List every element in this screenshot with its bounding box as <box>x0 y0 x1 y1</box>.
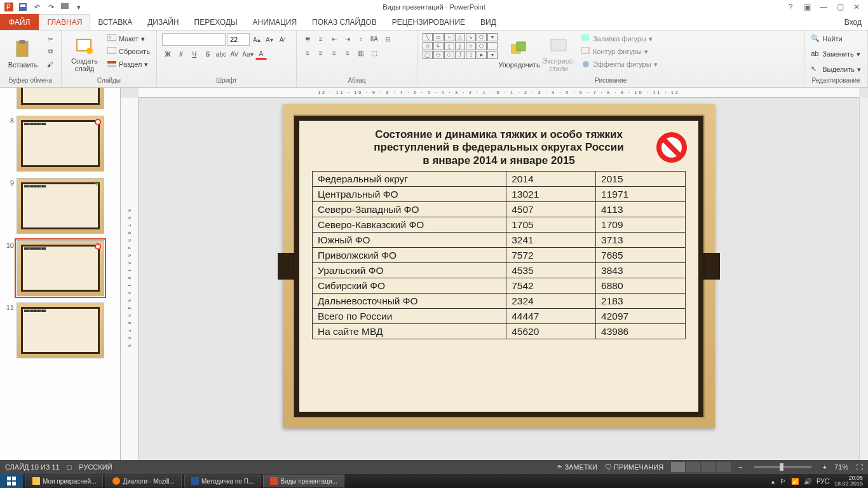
strikethrough-button[interactable]: S <box>202 48 214 60</box>
font-name-input[interactable] <box>162 33 226 46</box>
redo-icon[interactable]: ↷ <box>46 2 56 12</box>
increase-indent-icon[interactable]: ⇥ <box>342 33 353 44</box>
reading-view-icon[interactable] <box>702 462 715 472</box>
slideshow-view-icon[interactable] <box>717 462 731 472</box>
thumb-partial-top[interactable] <box>4 88 120 109</box>
taskbar-item-powerpoint[interactable]: Виды презентаци... <box>263 475 344 487</box>
zoom-out-icon[interactable]: − <box>738 463 742 471</box>
normal-view-icon[interactable] <box>671 462 685 472</box>
horizontal-ruler[interactable]: 12 · 11 · 10 · 9 · 8 · 7 · 6 · 5 · 4 · 3… <box>139 88 859 98</box>
align-right-icon[interactable]: ≡ <box>329 47 340 58</box>
decrease-font-icon[interactable]: A▾ <box>264 34 275 45</box>
reset-button[interactable]: Сбросить <box>106 46 151 57</box>
shapes-gallery[interactable]: ╲▭○△↘⬠▾ ◇↳{}☆⬡ ◯⬭⬯⤴⤵►▾ <box>423 33 498 59</box>
qat-more-icon[interactable]: ▾ <box>74 2 84 12</box>
zoom-percent[interactable]: 71% <box>834 463 848 471</box>
file-tab[interactable]: ФАЙЛ <box>0 14 39 30</box>
bullets-icon[interactable]: ≣ <box>302 33 313 44</box>
restore-icon[interactable]: ▢ <box>834 3 846 11</box>
close-icon[interactable]: ✕ <box>850 3 863 11</box>
find-icon: 🔍 <box>811 34 820 43</box>
spellcheck-icon[interactable]: □ <box>67 463 72 471</box>
zoom-slider[interactable] <box>754 466 811 468</box>
minimize-icon[interactable]: — <box>817 3 830 11</box>
slide-thumb[interactable]: 11████████████████ <box>4 302 120 358</box>
notes-button[interactable]: ≐ ЗАМЕТКИ <box>557 463 597 471</box>
tab-design[interactable]: ДИЗАЙН <box>140 14 186 30</box>
save-icon[interactable] <box>18 2 28 12</box>
taskbar-item-firefox[interactable]: Диалоги - Mozill... <box>105 475 181 487</box>
justify-icon[interactable]: ≡ <box>342 47 353 58</box>
increase-font-icon[interactable]: A▴ <box>251 34 262 45</box>
underline-button[interactable]: Ч <box>189 48 200 60</box>
start-from-beginning-icon[interactable] <box>60 2 70 12</box>
change-case-icon[interactable]: Aa▾ <box>242 48 254 60</box>
tab-home[interactable]: ГЛАВНАЯ <box>39 14 90 30</box>
taskbar-item-folder[interactable]: Мои прекрасней... <box>25 475 103 487</box>
font-color-icon[interactable]: A <box>255 48 267 60</box>
flag-icon[interactable]: 🏳 <box>780 478 786 485</box>
slide-canvas-area[interactable]: Состояние и динамика тяжких и особо тяжк… <box>139 98 859 460</box>
copy-icon[interactable]: ⧉ <box>44 46 56 57</box>
vertical-scrollbar[interactable] <box>859 98 868 460</box>
tab-view[interactable]: ВИД <box>473 14 504 30</box>
clear-formatting-icon[interactable]: A⁄ <box>276 34 288 45</box>
shape-fill-button[interactable]: Заливка фигуры ▾ <box>580 33 659 44</box>
network-icon[interactable]: 📶 <box>791 478 799 485</box>
align-left-icon[interactable]: ≡ <box>302 47 313 58</box>
line-spacing-icon[interactable]: ↕ <box>355 33 367 44</box>
text-direction-icon[interactable]: IIA <box>369 33 380 44</box>
quick-styles-button[interactable]: Экспресс-стили <box>541 33 576 75</box>
undo-icon[interactable]: ↶ <box>32 2 42 12</box>
comments-button[interactable]: 🗨 ПРИМЕЧАНИЯ <box>605 463 663 471</box>
start-button[interactable] <box>0 474 23 488</box>
bold-button[interactable]: Ж <box>162 48 173 60</box>
signin-link[interactable]: Вход <box>844 14 868 30</box>
help-icon[interactable]: ? <box>784 3 797 11</box>
paste-button[interactable]: Вставить <box>5 33 41 75</box>
tab-animations[interactable]: АНИМАЦИЯ <box>245 14 304 30</box>
shape-effects-button[interactable]: Эффекты фигуры ▾ <box>580 58 659 70</box>
vertical-ruler[interactable]: 9 8 7 6 5 4 3 2 1 0 1 2 3 4 5 6 7 8 9 <box>121 98 139 460</box>
tab-review[interactable]: РЕЦЕНЗИРОВАНИЕ <box>384 14 473 30</box>
zoom-in-icon[interactable]: + <box>823 463 827 471</box>
numbering-icon[interactable]: ≡ <box>315 33 327 44</box>
replace-button[interactable]: abЗаменить ▾ <box>810 48 861 60</box>
find-button[interactable]: 🔍Найти <box>810 33 843 44</box>
ime-indicator[interactable]: РУС <box>817 478 829 485</box>
text-shadow-button[interactable]: abc <box>215 48 227 60</box>
volume-icon[interactable]: 🔊 <box>804 478 811 485</box>
ribbon-options-icon[interactable]: ▣ <box>801 3 813 11</box>
convert-smartart-icon[interactable]: ⬚ <box>369 47 380 58</box>
align-center-icon[interactable]: ≡ <box>315 47 327 58</box>
sorter-view-icon[interactable] <box>686 462 700 472</box>
tab-slideshow[interactable]: ПОКАЗ СЛАЙДОВ <box>304 14 384 30</box>
slide[interactable]: Состояние и динамика тяжких и особо тяжк… <box>283 104 715 428</box>
clock[interactable]: 20:05 18.02.2015 <box>834 475 863 487</box>
align-text-icon[interactable]: ⊟ <box>382 33 393 44</box>
slide-counter[interactable]: СЛАЙД 10 ИЗ 11 <box>5 463 60 471</box>
cut-icon[interactable]: ✂ <box>44 33 56 44</box>
italic-button[interactable]: К <box>175 48 187 60</box>
font-size-input[interactable] <box>227 33 250 46</box>
tab-transitions[interactable]: ПЕРЕХОДЫ <box>187 14 245 30</box>
char-spacing-button[interactable]: AV <box>229 48 240 60</box>
new-slide-button[interactable]: Создать слайд <box>67 33 102 75</box>
decrease-indent-icon[interactable]: ⇤ <box>329 33 340 44</box>
slide-thumb[interactable]: 10████████████████ <box>4 240 120 296</box>
taskbar-item-word[interactable]: Методичка по П... <box>184 475 261 487</box>
format-painter-icon[interactable]: 🖌 <box>44 58 56 70</box>
section-button[interactable]: Раздел ▾ <box>106 58 151 70</box>
columns-icon[interactable]: ▥ <box>355 47 367 58</box>
arrange-button[interactable]: Упорядочить <box>501 33 537 75</box>
shape-outline-button[interactable]: Контур фигуры ▾ <box>580 46 659 57</box>
fit-to-window-icon[interactable]: ⛶ <box>856 463 863 471</box>
layout-button[interactable]: Макет ▾ <box>106 33 151 44</box>
slide-thumb[interactable]: 9████████████████+ <box>4 178 120 234</box>
select-button[interactable]: ↖Выделить ▾ <box>810 64 862 75</box>
tray-expand-icon[interactable]: ▴ <box>771 478 775 485</box>
slide-thumb[interactable]: 8████████████████ <box>4 116 120 172</box>
slide-thumbnails-panel[interactable]: 8████████████████9████████████████+10███… <box>0 88 121 460</box>
language-indicator[interactable]: РУССКИЙ <box>79 463 112 471</box>
tab-insert[interactable]: ВСТАВКА <box>90 14 140 30</box>
